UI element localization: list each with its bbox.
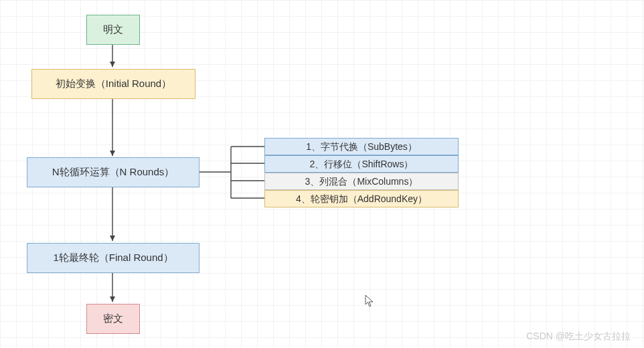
step-subbytes-label: 1、字节代换（SubBytes） (306, 139, 417, 155)
node-initial-round: 初始变换（Initial Round） (31, 69, 195, 99)
step-shiftrows-label: 2、行移位（ShiftRows） (310, 156, 414, 172)
step-mixcolumns-label: 3、列混合（MixColumns） (305, 173, 418, 189)
step-subbytes: 1、字节代换（SubBytes） (264, 138, 459, 155)
step-addroundkey-label: 4、轮密钥加（AddRoundKey） (296, 191, 427, 207)
node-ciphertext-label: 密文 (103, 313, 123, 325)
node-plaintext: 明文 (86, 15, 140, 45)
step-addroundkey: 4、轮密钥加（AddRoundKey） (264, 190, 459, 207)
node-initial-round-label: 初始变换（Initial Round） (56, 78, 171, 90)
node-final-round: 1轮最终轮（Final Round） (27, 243, 199, 273)
node-plaintext-label: 明文 (103, 23, 123, 36)
watermark-text: CSDN @吃土少女古拉拉 (526, 331, 631, 343)
step-mixcolumns: 3、列混合（MixColumns） (264, 173, 459, 190)
node-final-round-label: 1轮最终轮（Final Round） (53, 252, 173, 264)
node-n-rounds: N轮循环运算（N Rounds） (27, 157, 199, 187)
node-ciphertext: 密文 (86, 304, 140, 334)
cursor-icon (365, 294, 374, 308)
node-n-rounds-label: N轮循环运算（N Rounds） (52, 166, 175, 179)
step-shiftrows: 2、行移位（ShiftRows） (264, 155, 459, 173)
